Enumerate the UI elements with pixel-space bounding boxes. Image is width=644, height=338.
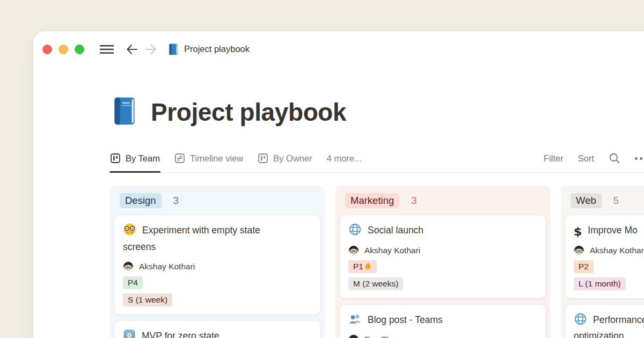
assignee-avatar: [574, 245, 584, 256]
window-title: Project playbook: [184, 44, 250, 54]
assignee-name: Akshay Kothari: [139, 262, 195, 271]
globe-icon: [348, 223, 362, 236]
card-title: Performance optimization: [574, 312, 644, 338]
search-icon[interactable]: [609, 152, 620, 164]
card-tag-p1: P1: [348, 260, 377, 273]
card-performance[interactable]: Performance optimization: [565, 305, 644, 338]
card-assignee: Akshay Kothari: [574, 245, 644, 256]
card-experiment-with-empty-state[interactable]: Experiment with empty state screensAksha…: [114, 215, 320, 314]
dollar-icon: $: [574, 232, 582, 233]
tab-4-more[interactable]: 4 more...: [327, 153, 362, 172]
close-button[interactable]: [42, 45, 52, 54]
column-header[interactable]: Web5: [565, 190, 644, 215]
page-book-icon-large: [110, 95, 139, 129]
page-header: Project playbook: [110, 95, 644, 129]
card-blog-post-teams[interactable]: Blog post - TeamsEva Zhang: [340, 305, 546, 338]
page-book-icon: [167, 43, 179, 56]
more-options-icon[interactable]: [635, 157, 644, 160]
card-tag-p4: P4: [123, 276, 143, 289]
board-view-icon: [110, 153, 121, 164]
column-design: Design3Experiment with empty state scree…: [110, 186, 325, 338]
card-title: $Improve Mo: [574, 222, 644, 239]
page-title: Project playbook: [151, 98, 346, 127]
window-titlebar: Project playbook: [33, 31, 644, 56]
card-assignee: Akshay Kothari: [348, 245, 537, 256]
fire-icon: [364, 262, 372, 270]
timeline-view-icon: [174, 153, 185, 164]
column-card-count: 5: [613, 195, 619, 207]
card-tag-s-1-week: S (1 week): [123, 293, 172, 306]
column-name-badge: Web: [570, 193, 602, 208]
column-header[interactable]: Marketing3: [340, 190, 546, 215]
card-mvp-for-zero-state[interactable]: 0MVP for zero state: [114, 321, 320, 338]
card-tag-p2: P2: [574, 260, 594, 273]
minimize-button[interactable]: [58, 45, 68, 54]
tab-label: By Owner: [273, 153, 312, 164]
card-social-launch[interactable]: Social launchAkshay KothariP1M (2 weeks): [340, 215, 546, 298]
column-card-count: 3: [173, 195, 179, 207]
assignee-avatar: [348, 334, 359, 338]
column-marketing: Marketing3Social launchAkshay KothariP1M…: [335, 186, 550, 338]
tab-label: Timeline view: [190, 153, 243, 164]
column-header[interactable]: Design3: [114, 190, 320, 215]
hamburger-menu-icon[interactable]: [99, 44, 114, 55]
card-tag-m-2-weeks: M (2 weeks): [348, 277, 403, 290]
tab-label: By Team: [126, 153, 160, 164]
tab-label: 4 more...: [327, 153, 362, 164]
assignee-name: Eva Zhang: [364, 335, 405, 338]
kanban-board: Design3Experiment with empty state scree…: [110, 186, 644, 338]
card-assignee: Akshay Kothari: [123, 261, 312, 272]
card-tag-l-1-month: L (1 month): [574, 277, 626, 290]
nerd-face-icon: [123, 223, 136, 236]
app-window: Project playbook Project playbook By Tea…: [33, 31, 644, 338]
card-improve-mo[interactable]: $Improve MoAkshay KothariP2L (1 month): [565, 215, 644, 298]
column-name-badge: Design: [120, 193, 162, 208]
card-title: Blog post - Teams: [348, 312, 537, 328]
assignee-avatar: [123, 261, 134, 272]
assignee-name: Akshay Kothari: [590, 246, 644, 255]
sort-button[interactable]: Sort: [578, 153, 594, 164]
tab-by-team[interactable]: By Team: [110, 153, 160, 172]
forward-arrow-icon[interactable]: [144, 43, 157, 55]
keycap-zero-icon: 0: [123, 329, 136, 338]
card-assignee: Eva Zhang: [348, 334, 537, 338]
filter-button[interactable]: Filter: [544, 153, 564, 164]
view-tabbar: By TeamTimeline viewBy Owner4 more... Fi…: [110, 152, 644, 173]
board-view-icon: [258, 153, 268, 164]
card-title: Social launch: [348, 222, 537, 239]
busts-icon: [348, 312, 362, 326]
back-arrow-icon[interactable]: [126, 43, 138, 55]
tab-by-owner[interactable]: By Owner: [258, 153, 312, 172]
column-name-badge: Marketing: [345, 193, 399, 208]
view-toolbar: Filter Sort: [544, 152, 644, 172]
card-title: Experiment with empty state screens: [123, 222, 312, 255]
globe-icon: [574, 312, 587, 326]
zoom-button[interactable]: [75, 45, 84, 54]
tab-timeline-view[interactable]: Timeline view: [174, 153, 243, 172]
column-web: Web5$Improve MoAkshay KothariP2L (1 mont…: [561, 186, 644, 338]
assignee-avatar: [348, 245, 359, 256]
svg-text:0: 0: [127, 332, 132, 338]
card-title: 0MVP for zero state: [123, 328, 312, 338]
column-card-count: 3: [411, 195, 416, 207]
assignee-name: Akshay Kothari: [364, 246, 420, 255]
